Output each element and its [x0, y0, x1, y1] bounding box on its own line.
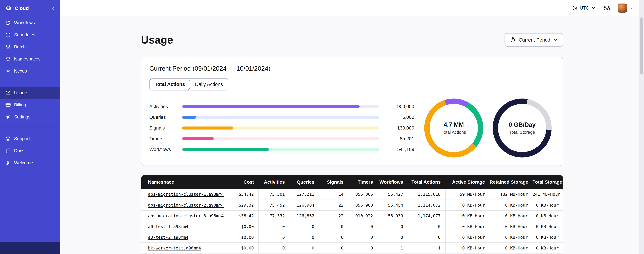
- sidebar-item-batch[interactable]: Batch: [0, 41, 60, 53]
- sidebar-item-docs[interactable]: Docs: [0, 145, 60, 157]
- batch-icon: [5, 44, 11, 50]
- sidebar-nav-group-help: Support Docs Welcome: [0, 131, 60, 170]
- namespace-link[interactable]: abs-migration-cluster-2.a98mm4: [148, 203, 224, 208]
- sidebar-item-schedules[interactable]: Schedules: [0, 29, 60, 41]
- avatar[interactable]: [618, 4, 627, 12]
- cell-workflows: 55,427: [378, 189, 408, 200]
- signals-bar: [182, 126, 379, 130]
- brand-label: Cloud: [15, 6, 29, 11]
- chevron-down-icon: [553, 38, 558, 42]
- column-header-cost: Cost: [225, 175, 259, 189]
- cell-timers: 0: [348, 221, 378, 232]
- cell-signals: 0: [319, 221, 348, 232]
- column-header-workflows: Workflows: [378, 175, 408, 189]
- sidebar: Cloud Workflows Schedules Batch Namespac…: [0, 0, 60, 254]
- total-actions-caption: Total Actions: [442, 130, 466, 135]
- period-selector-button[interactable]: Current Period: [504, 33, 563, 46]
- cell-total-storage: 0 KB-Hour: [532, 221, 563, 232]
- bar-value: 85,201: [383, 136, 414, 142]
- cell-workflows: 1: [378, 242, 408, 253]
- sidebar-item-label: Usage: [14, 90, 27, 96]
- tab-total-actions[interactable]: Total Actions: [150, 78, 190, 90]
- stopwatch-icon: [510, 37, 516, 43]
- cell-signals: 22: [319, 200, 348, 210]
- bar-label: Signals: [149, 125, 178, 131]
- cell-active-storage: 0 KB-Hour: [445, 200, 490, 210]
- bar-row-queries: Queries 5,000: [149, 112, 414, 123]
- temporal-logo-icon: [5, 5, 12, 12]
- bar-label: Timers: [149, 136, 178, 142]
- workflows-bar: [182, 148, 379, 151]
- sidebar-nav-group-account: Usage Billing Settings: [0, 86, 60, 124]
- column-header-total-actions: Total Actions: [408, 175, 445, 189]
- account-menu[interactable]: [618, 4, 633, 12]
- cell-retained-storage: 182 MB-Hour: [490, 189, 532, 200]
- sidebar-item-namespaces[interactable]: Namespaces: [0, 53, 60, 65]
- cell-activities: 75,452: [259, 200, 290, 210]
- sidebar-item-billing[interactable]: Billing: [0, 99, 60, 111]
- clock-icon: [572, 5, 578, 11]
- column-header-total-storage: Total Storage: [532, 175, 563, 189]
- brand: Cloud: [0, 0, 60, 16]
- usage-icon: [5, 90, 11, 96]
- sidebar-item-label: Schedules: [14, 32, 35, 38]
- column-header-timers: Timers: [348, 175, 378, 189]
- cell-activities: 0: [259, 221, 290, 232]
- cell-signals: 0: [319, 232, 348, 242]
- chevron-down-icon: [591, 6, 596, 10]
- sidebar-item-workflows[interactable]: Workflows: [0, 17, 60, 29]
- column-header-queries: Queries: [290, 175, 319, 189]
- cell-total-actions: 1: [408, 242, 445, 253]
- collapse-sidebar-button[interactable]: [51, 6, 56, 10]
- cell-queries: 127,211: [290, 189, 319, 200]
- namespace-link[interactable]: a0-test-1.a98mm4: [148, 224, 188, 229]
- sidebar-item-nexus[interactable]: Nexus: [0, 65, 60, 77]
- table-header-row: Namespace Cost Activities Queries Signal…: [141, 175, 563, 189]
- column-header-namespace: Namespace: [141, 175, 225, 189]
- glasses-icon[interactable]: [603, 5, 610, 11]
- topbar: UTC: [60, 0, 644, 16]
- activities-bar: [182, 105, 379, 108]
- usage-card: Current Period (09/01/2024 — 10/01/2024)…: [141, 57, 563, 166]
- sidebar-item-label: Welcome: [14, 160, 33, 166]
- donut-charts: 4.7 MM Total Actions 0 GB/Day Total Stor…: [424, 98, 555, 158]
- sidebar-item-usage[interactable]: Usage: [0, 87, 60, 99]
- bar-row-timers: Timers 85,201: [149, 133, 414, 144]
- total-actions-value: 4.7 MM: [444, 121, 464, 128]
- column-header-retained-storage: Retained Storage: [490, 175, 532, 189]
- sidebar-item-label: Billing: [14, 102, 26, 108]
- timezone-label: UTC: [580, 6, 589, 11]
- cell-cost: $38.42: [225, 210, 259, 221]
- sidebar-item-label: Batch: [14, 44, 26, 50]
- cell-cost: $0.00: [225, 232, 259, 242]
- vertical-scrollbar[interactable]: [639, 0, 644, 254]
- sidebar-item-support[interactable]: Support: [0, 133, 60, 145]
- namespace-link[interactable]: abs-migration-cluster-1.a98mm4: [148, 192, 224, 197]
- sidebar-divider: [0, 128, 60, 128]
- namespace-link[interactable]: abs-migration-cluster-3.a98mm4: [148, 214, 224, 218]
- cell-queries: 126,862: [290, 210, 319, 221]
- main-content: Usage Current Period Current Period (09/…: [60, 16, 644, 254]
- namespace-link[interactable]: bk-worker-test.a98mm4: [148, 246, 201, 250]
- cell-workflows: 0: [378, 232, 408, 242]
- sidebar-item-welcome[interactable]: Welcome: [0, 157, 60, 169]
- scrollbar-thumb[interactable]: [640, 18, 643, 74]
- sidebar-item-label: Nexus: [14, 68, 27, 74]
- card-title: Current Period (09/01/2024 — 10/01/2024): [149, 65, 555, 72]
- cell-activities: 75,501: [259, 189, 290, 200]
- cell-retained-storage: 0 KB-Hour: [490, 242, 532, 253]
- sidebar-item-label: Docs: [14, 148, 24, 154]
- cell-total-storage: 0 KB-Hour: [532, 242, 563, 253]
- sidebar-item-settings[interactable]: Settings: [0, 111, 60, 123]
- timezone-selector[interactable]: UTC: [572, 5, 596, 11]
- timers-bar: [182, 137, 379, 140]
- cell-active-storage: 0 KB-Hour: [445, 232, 490, 242]
- tab-daily-actions[interactable]: Daily Actions: [190, 78, 228, 90]
- cell-active-storage: 59 MB-Hour: [445, 189, 490, 200]
- bar-row-signals: Signals 130,000: [149, 123, 414, 133]
- table-row: abs-migration-cluster-3.a98mm4 $38.42 77…: [141, 210, 563, 221]
- nexus-icon: [5, 68, 11, 74]
- cell-activities: 0: [259, 232, 290, 242]
- cell-workflows: 0: [378, 221, 408, 232]
- namespace-link[interactable]: a0-test-2.a98mm4: [148, 235, 188, 240]
